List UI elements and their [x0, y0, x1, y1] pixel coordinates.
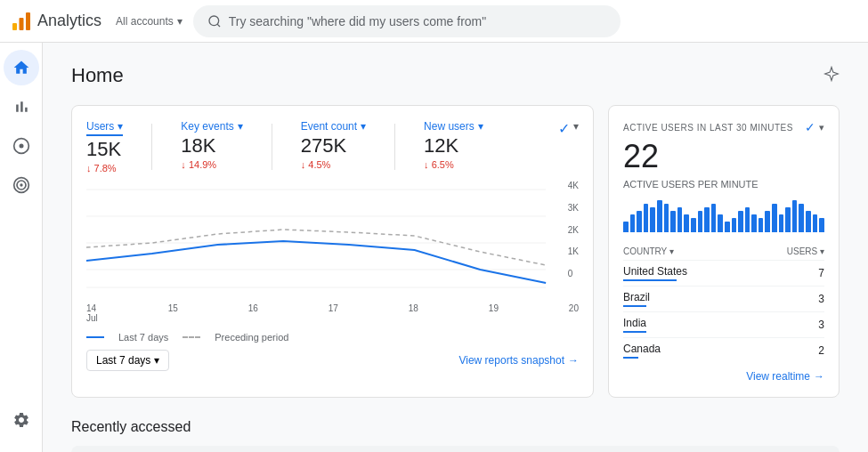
mini-bar [691, 218, 696, 232]
mini-bar [819, 218, 824, 232]
metric-divider-1 [151, 124, 152, 170]
svg-point-6 [19, 144, 23, 149]
metric-divider-2 [272, 124, 272, 170]
date-range-chevron-icon: ▾ [154, 354, 159, 367]
account-name: All accounts [116, 15, 174, 28]
mini-bar [698, 211, 703, 232]
account-selector[interactable]: All accounts ▾ [116, 15, 183, 28]
mini-bar [732, 218, 737, 232]
mini-bar [765, 211, 770, 232]
metric-new-users[interactable]: New users ▾ 12K ↓ 6.5% [424, 120, 483, 174]
mini-bar [637, 211, 642, 232]
cards-row: Users ▾ 15K ↓ 7.8% Key events ▾ 18K ↓ 14… [71, 105, 840, 398]
date-range-button[interactable]: Last 7 days ▾ [86, 350, 169, 371]
metric-event-count-label: Event count ▾ [301, 120, 366, 133]
users-col-header[interactable]: USERS ▾ [750, 243, 824, 261]
svg-line-4 [217, 24, 220, 27]
chart-x-labels: 14Jul 15 16 17 18 19 20 [86, 303, 579, 327]
key-events-chevron-icon: ▾ [238, 120, 243, 133]
mini-bar [785, 207, 791, 232]
realtime-card: ACTIVE USERS IN LAST 30 MINUTES ✓ ▾ 22 A… [608, 105, 840, 398]
legend-last7days: Last 7 days [118, 332, 168, 343]
sidebar [0, 0, 43, 452]
mini-bar [670, 211, 676, 232]
metric-divider-3 [394, 124, 395, 170]
mini-bar [738, 211, 743, 232]
sidebar-item-reports[interactable] [4, 89, 39, 125]
metric-key-events-change: ↓ 14.9% [181, 159, 242, 170]
mini-bar [677, 207, 683, 232]
metric-new-users-label: New users ▾ [424, 120, 483, 133]
mini-bar [704, 207, 710, 232]
home-icon [12, 59, 30, 77]
main-content: Home Users ▾ 15K ↓ 7.8% Key [43, 43, 868, 452]
realtime-options-chevron[interactable]: ▾ [819, 122, 824, 133]
sidebar-item-explore[interactable] [4, 128, 39, 164]
country-name: Canada [623, 338, 750, 364]
mini-bar [630, 214, 636, 232]
app-logo: Analytics [11, 11, 101, 32]
recently-accessed-title: Recently accessed [71, 419, 840, 435]
svg-rect-0 [12, 23, 17, 30]
mini-bar [657, 200, 662, 232]
metric-event-count-value: 275K [301, 134, 366, 157]
metric-event-count-change: ↓ 4.5% [301, 159, 366, 170]
mini-bar [799, 204, 804, 232]
realtime-header: ACTIVE USERS IN LAST 30 MINUTES ✓ ▾ [623, 120, 824, 134]
country-col-header[interactable]: COUNTRY ▾ [623, 243, 750, 261]
page-header: Home [71, 64, 840, 87]
new-users-chevron-icon: ▾ [478, 120, 483, 133]
chart-legend: Last 7 days Preceding period [86, 332, 579, 343]
metric-new-users-value: 12K [424, 134, 483, 157]
svg-point-9 [20, 183, 22, 186]
mini-bar [664, 204, 669, 232]
realtime-mini-chart [623, 197, 824, 232]
metric-users-label: Users ▾ [86, 120, 123, 136]
country-row: United States 7 [623, 261, 824, 287]
realtime-check-icon: ✓ [805, 120, 815, 134]
country-users: 3 [750, 312, 824, 338]
legend-dashed-line [183, 336, 200, 338]
mini-bar [813, 214, 818, 232]
date-range-label: Last 7 days [96, 354, 150, 367]
main-chart-card: Users ▾ 15K ↓ 7.8% Key events ▾ 18K ↓ 14… [71, 105, 594, 398]
chart-options-chevron[interactable]: ▾ [573, 120, 579, 133]
metrics-row: Users ▾ 15K ↓ 7.8% Key events ▾ 18K ↓ 14… [86, 120, 579, 174]
svg-rect-1 [20, 18, 24, 30]
target-icon [12, 176, 30, 194]
realtime-count: 22 [623, 138, 824, 175]
sidebar-item-settings[interactable] [4, 402, 39, 438]
country-name: United States [623, 261, 750, 287]
country-name: Brazil [623, 287, 750, 312]
view-realtime-link[interactable]: View realtime → [746, 370, 824, 383]
search-placeholder: Try searching "where did my users come f… [229, 14, 487, 28]
svg-point-3 [209, 16, 219, 26]
explore-icon [12, 137, 30, 155]
metric-users[interactable]: Users ▾ 15K ↓ 7.8% [86, 120, 123, 174]
event-count-chevron-icon: ▾ [361, 120, 366, 133]
country-users: 2 [750, 338, 824, 364]
legend-solid-line [86, 336, 104, 338]
mini-bar [772, 204, 777, 232]
metric-key-events[interactable]: Key events ▾ 18K ↓ 14.9% [181, 120, 242, 174]
view-reports-link[interactable]: View reports snapshot → [458, 354, 579, 367]
country-users: 7 [750, 261, 824, 287]
sidebar-item-home[interactable] [4, 50, 39, 85]
mini-bar [792, 200, 798, 232]
country-row: India 3 [623, 312, 824, 338]
search-bar[interactable]: Try searching "where did my users come f… [193, 5, 621, 37]
sidebar-item-advertising[interactable] [4, 167, 39, 203]
metric-key-events-label: Key events ▾ [181, 120, 242, 133]
svg-rect-2 [26, 12, 30, 30]
mini-bar [758, 218, 764, 232]
bar-chart-icon [12, 98, 30, 116]
chart-area: 4K 3K 2K 1K 0 [86, 181, 579, 296]
account-chevron-icon: ▾ [177, 15, 183, 28]
metric-event-count[interactable]: Event count ▾ 275K ↓ 4.5% [301, 120, 366, 174]
metric-users-change: ↓ 7.8% [86, 163, 123, 174]
sparkle-icon[interactable] [823, 64, 840, 87]
mini-bar [745, 207, 750, 232]
mini-bar [711, 204, 717, 232]
realtime-arrow-icon: → [814, 370, 824, 383]
mini-bar [725, 222, 730, 232]
